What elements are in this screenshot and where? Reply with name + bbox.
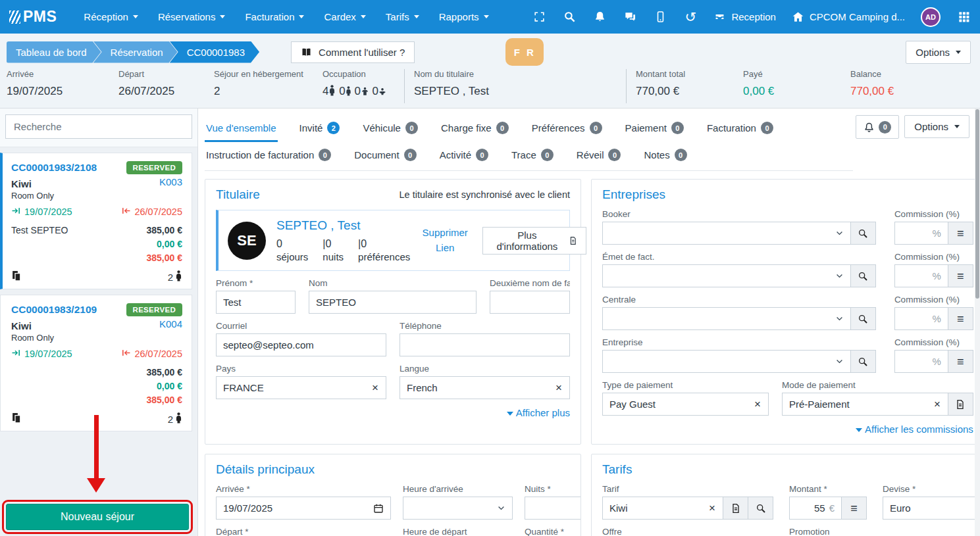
app-logo[interactable]: PMS xyxy=(9,8,57,26)
user-avatar[interactable]: AD xyxy=(921,7,941,27)
stay-id-link[interactable]: CC00001983/2109 xyxy=(11,304,97,316)
payment-mode-input[interactable] xyxy=(783,399,927,410)
workstation-selector[interactable]: Reception xyxy=(713,11,776,23)
tab-vue-densemble[interactable]: Vue d'ensemble xyxy=(205,115,278,142)
chevron-down-icon[interactable] xyxy=(490,504,512,512)
central-search-button[interactable] xyxy=(851,307,876,330)
commission-menu-button[interactable]: ≡ xyxy=(948,222,973,245)
language-flag-badge[interactable]: F R xyxy=(505,38,544,66)
menu-rapports[interactable]: Rapports xyxy=(429,0,499,34)
history-icon[interactable]: ↺ xyxy=(683,10,698,24)
company-commission-input[interactable] xyxy=(895,356,931,367)
breadcrumb-reservation[interactable]: Réservation xyxy=(93,41,178,63)
clear-icon[interactable]: × xyxy=(548,382,569,393)
payment-mode-document-button[interactable] xyxy=(948,393,973,416)
booker-select[interactable] xyxy=(603,228,829,239)
rate-input[interactable] xyxy=(603,502,702,514)
tab-charge-fixe[interactable]: Charge fixe0 xyxy=(440,115,510,142)
tab-instruction-facturation[interactable]: Instruction de facturation0 xyxy=(205,142,332,169)
company-select[interactable] xyxy=(603,356,829,367)
tab-preferences[interactable]: Préférences0 xyxy=(530,115,604,142)
header-options-button[interactable]: Options xyxy=(906,41,971,64)
chevron-down-icon[interactable] xyxy=(829,229,850,237)
tab-vehicule[interactable]: Véhicule0 xyxy=(361,115,419,142)
second-name-input[interactable] xyxy=(490,297,569,308)
clear-icon[interactable]: × xyxy=(927,399,948,410)
tab-notes[interactable]: Notes0 xyxy=(642,142,688,169)
tab-reveil[interactable]: Réveil0 xyxy=(575,142,623,169)
arrival-date-input[interactable] xyxy=(217,502,367,514)
chevron-down-icon[interactable] xyxy=(829,272,850,280)
amount-menu-button[interactable]: ≡ xyxy=(842,497,867,520)
alerts-bell-button[interactable]: 0 xyxy=(856,115,899,139)
currency-input[interactable] xyxy=(883,502,980,514)
company-search-button[interactable] xyxy=(851,350,876,373)
country-input[interactable] xyxy=(217,382,365,393)
issuer-commission-input[interactable] xyxy=(895,270,931,281)
show-commissions-link[interactable]: Afficher les commissions xyxy=(856,424,973,435)
commission-menu-button[interactable]: ≡ xyxy=(948,264,973,287)
payment-type-input[interactable] xyxy=(603,399,747,410)
booker-commission-input[interactable] xyxy=(895,228,931,239)
chevron-down-icon[interactable] xyxy=(829,314,850,323)
chevron-down-icon[interactable] xyxy=(829,357,850,366)
menu-tarifs[interactable]: Tarifs xyxy=(376,0,429,34)
tab-paiement[interactable]: Paiement0 xyxy=(624,115,685,142)
room-number[interactable]: K003 xyxy=(159,176,182,187)
chat-icon[interactable] xyxy=(623,10,637,24)
booker-search-button[interactable] xyxy=(851,222,876,245)
room-number[interactable]: K004 xyxy=(159,318,182,329)
tab-trace[interactable]: Trace0 xyxy=(510,142,555,169)
invoice-issuer-search-button[interactable] xyxy=(851,264,876,287)
breadcrumb-dashboard[interactable]: Tableau de bord xyxy=(7,41,101,63)
stay-card[interactable]: CC00001983/2109 RESERVED Kiwi K004 Room … xyxy=(0,295,192,431)
how-to-use-button[interactable]: Comment l'utiliser ? xyxy=(291,41,415,63)
stay-card[interactable]: CC00001983/2108 RESERVED Kiwi K003 Room … xyxy=(0,153,192,289)
stay-id-link[interactable]: CC00001983/2108 xyxy=(11,162,97,174)
duplicate-icon[interactable] xyxy=(11,270,22,283)
remove-link[interactable]: Supprimer Lien xyxy=(421,226,469,255)
tab-invite[interactable]: Invité2 xyxy=(298,115,342,142)
commission-menu-button[interactable]: ≡ xyxy=(948,350,973,373)
nights-input[interactable] xyxy=(525,502,581,514)
phone-input[interactable] xyxy=(400,339,569,351)
invoice-issuer-select[interactable] xyxy=(603,270,829,281)
commission-menu-button[interactable]: ≡ xyxy=(948,307,973,330)
tab-activite[interactable]: Activité0 xyxy=(438,142,490,169)
property-selector[interactable]: CPCOM Camping d... xyxy=(792,11,905,23)
arrival-time-select[interactable] xyxy=(403,502,490,514)
central-select[interactable] xyxy=(603,313,829,324)
amount-input[interactable] xyxy=(790,502,828,514)
clear-icon[interactable]: × xyxy=(702,502,723,514)
clear-icon[interactable]: × xyxy=(747,399,768,410)
rate-document-button[interactable] xyxy=(723,497,748,520)
apps-grid-icon[interactable] xyxy=(956,10,971,24)
central-commission-input[interactable] xyxy=(895,313,931,324)
tab-document[interactable]: Document0 xyxy=(353,142,417,169)
menu-reservations[interactable]: Réservations xyxy=(148,0,236,34)
rate-search-button[interactable] xyxy=(748,497,773,520)
first-name-input[interactable] xyxy=(217,297,295,308)
menu-cardex[interactable]: Cardex xyxy=(314,0,375,34)
calendar-icon[interactable] xyxy=(367,503,390,514)
search-icon[interactable] xyxy=(562,10,577,24)
vertical-scrollbar-thumb[interactable] xyxy=(975,109,979,299)
search-input[interactable] xyxy=(5,114,192,139)
panel-options-button[interactable]: Options xyxy=(904,115,969,138)
mobile-device-icon[interactable] xyxy=(653,10,667,24)
more-info-button[interactable]: Plus d'informations xyxy=(482,227,586,255)
last-name-input[interactable] xyxy=(309,297,476,308)
notifications-bell-icon[interactable] xyxy=(592,10,607,24)
breadcrumb-reservation-id[interactable]: CC00001983 xyxy=(170,41,259,63)
language-input[interactable] xyxy=(400,382,548,393)
email-input[interactable] xyxy=(217,339,386,351)
holder-name-link[interactable]: SEPTEO , Test xyxy=(276,218,410,233)
show-more-link[interactable]: Afficher plus xyxy=(507,407,570,418)
menu-reception[interactable]: Réception xyxy=(74,0,148,34)
menu-facturation[interactable]: Facturation xyxy=(235,0,314,34)
tab-facturation[interactable]: Facturation0 xyxy=(706,115,775,142)
duplicate-icon[interactable] xyxy=(11,412,22,426)
clear-icon[interactable]: × xyxy=(365,382,386,393)
fullscreen-icon[interactable] xyxy=(532,10,546,24)
new-stay-button[interactable]: Nouveau séjour xyxy=(6,504,189,530)
